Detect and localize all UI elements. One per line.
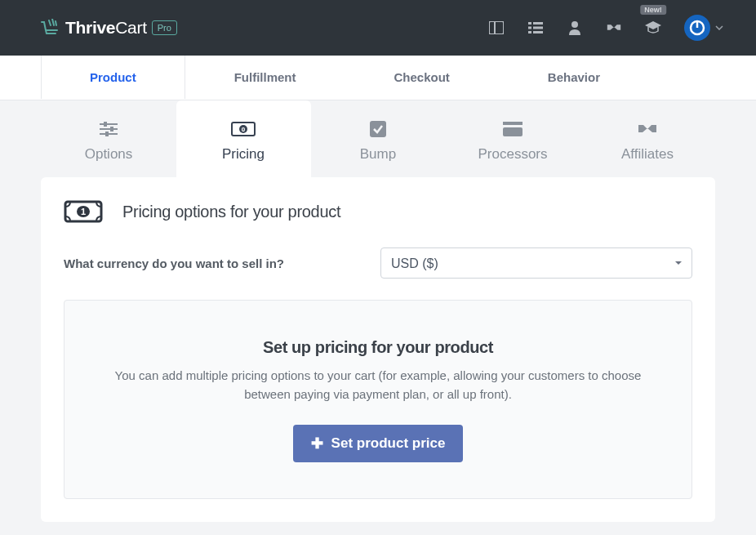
svg-rect-7	[533, 31, 543, 33]
main-tabs: Product Fulfillment Checkout Behavior	[0, 56, 756, 100]
avatar	[684, 15, 710, 41]
topbar-actions: New!	[488, 15, 723, 41]
button-label: Set product price	[331, 435, 446, 452]
subtab-processors[interactable]: Processors	[446, 100, 580, 177]
svg-text:0: 0	[242, 126, 246, 133]
subtab-label: Bump	[360, 146, 396, 163]
learn-icon[interactable]: New!	[645, 20, 661, 36]
handshake-icon[interactable]	[606, 20, 622, 36]
svg-rect-21	[503, 122, 523, 125]
svg-text:1: 1	[81, 207, 86, 216]
section-title: Pricing options for your product	[122, 203, 340, 221]
tab-behavior[interactable]: Behavior	[499, 56, 649, 100]
svg-rect-3	[533, 22, 543, 25]
section-header: 1 Pricing options for your product	[64, 200, 692, 223]
svg-rect-12	[104, 122, 107, 127]
svg-rect-4	[528, 27, 531, 29]
new-badge: New!	[640, 5, 666, 15]
sliders-icon	[100, 120, 118, 138]
svg-rect-20	[370, 121, 386, 137]
svg-rect-5	[533, 27, 543, 29]
tab-fulfillment[interactable]: Fulfillment	[185, 56, 345, 100]
user-icon[interactable]	[567, 20, 583, 36]
subtab-options[interactable]: Options	[42, 100, 176, 177]
money-bill-icon: 0	[231, 120, 256, 138]
subtab-label: Options	[85, 146, 133, 163]
layout-icon[interactable]	[488, 20, 505, 36]
tab-product[interactable]: Product	[41, 56, 185, 100]
set-product-price-button[interactable]: ✚ Set product price	[293, 425, 464, 462]
top-navbar: ThriveCart Pro New!	[0, 0, 756, 56]
svg-point-8	[571, 21, 578, 28]
svg-rect-16	[105, 132, 109, 136]
pricing-panel: 1 Pricing options for your product What …	[41, 177, 715, 522]
check-square-icon	[370, 120, 386, 138]
subtab-pricing[interactable]: 0 Pricing	[176, 100, 311, 177]
subtab-label: Processors	[478, 146, 547, 163]
brand-logo: ThriveCart Pro	[41, 18, 177, 38]
pricing-box-desc: You can add multiple pricing options to …	[109, 367, 647, 403]
power-icon	[689, 20, 705, 36]
pricing-setup-box: Set up pricing for your product You can …	[64, 300, 692, 499]
svg-rect-0	[489, 21, 504, 34]
handshake-affiliate-icon	[637, 120, 658, 138]
currency-label: What currency do you want to sell in?	[64, 256, 284, 270]
currency-select[interactable]: USD ($)	[380, 247, 692, 279]
chevron-down-icon	[715, 25, 723, 30]
money-bill-large-icon: 1	[64, 200, 103, 223]
pro-badge: Pro	[152, 20, 177, 35]
subtab-affiliates[interactable]: Affiliates	[580, 100, 715, 177]
sub-tabs: Options 0 Pricing Bump Processors Affili…	[41, 100, 715, 177]
tab-checkout[interactable]: Checkout	[345, 56, 499, 100]
credit-card-icon	[503, 120, 523, 138]
cart-logo-icon	[41, 19, 60, 37]
svg-rect-14	[110, 127, 113, 132]
subtab-label: Pricing	[222, 146, 265, 163]
subtab-label: Affiliates	[621, 146, 674, 163]
user-menu[interactable]	[684, 15, 723, 41]
svg-rect-6	[528, 31, 531, 33]
svg-rect-2	[528, 22, 531, 25]
subtab-bump[interactable]: Bump	[311, 100, 446, 177]
brand-name: ThriveCart	[65, 18, 147, 38]
currency-row: What currency do you want to sell in? US…	[64, 247, 692, 279]
list-icon[interactable]	[527, 20, 544, 36]
svg-rect-22	[503, 127, 523, 136]
pricing-box-title: Set up pricing for your product	[89, 338, 667, 357]
plus-icon: ✚	[311, 436, 323, 451]
